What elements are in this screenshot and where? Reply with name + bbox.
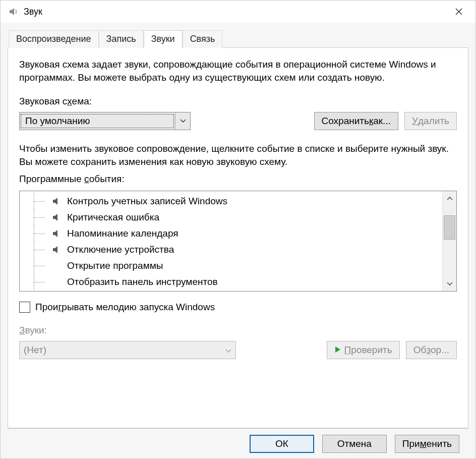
scroll-thumb[interactable] <box>444 215 455 240</box>
scheme-value: По умолчанию <box>21 114 174 128</box>
speaker-icon <box>51 244 63 256</box>
scheme-label: Звуковая схема: <box>19 96 457 107</box>
event-label: Открытие программы <box>67 260 163 271</box>
tab-strip: Воспроизведение Запись Звуки Связь <box>9 30 468 47</box>
browse-button: Обзор... <box>406 341 457 359</box>
close-icon <box>455 8 463 16</box>
event-item[interactable]: Критическая ошибка <box>31 209 442 225</box>
speaker-icon <box>51 195 63 207</box>
tab-recording[interactable]: Запись <box>99 30 144 48</box>
scheme-combobox[interactable]: По умолчанию <box>19 112 191 130</box>
scheme-description: Звуковая схема задает звуки, сопровождаю… <box>19 58 457 84</box>
event-label: Критическая ошибка <box>67 212 159 223</box>
test-button: Проверить <box>327 341 400 359</box>
ok-button[interactable]: ОК <box>250 435 314 453</box>
cancel-button[interactable]: Отмена <box>322 435 387 453</box>
client-area: Воспроизведение Запись Звуки Связь Звуко… <box>1 23 475 458</box>
dialog-footer: ОК Отмена Применить <box>8 428 468 458</box>
scrollbar[interactable] <box>442 191 456 291</box>
scroll-up-button[interactable] <box>443 191 456 205</box>
play-startup-label: Проигрывать мелодию запуска Windows <box>35 302 215 313</box>
save-as-button[interactable]: Сохранить как... <box>314 112 398 130</box>
apply-button[interactable]: Применить <box>395 435 459 453</box>
chevron-down-icon <box>225 345 231 356</box>
scroll-track[interactable] <box>443 205 456 277</box>
events-label: Программные события: <box>19 174 457 185</box>
close-button[interactable] <box>444 2 473 22</box>
event-item[interactable]: Отобразить панель инструментов <box>31 274 442 290</box>
events-listbox[interactable]: Контроль учетных записей WindowsКритичес… <box>19 191 457 292</box>
tab-panel-sounds: Звуковая схема задает звуки, сопровождаю… <box>8 47 468 428</box>
sounds-combobox: (Нет) <box>19 341 236 359</box>
scroll-down-button[interactable] <box>443 277 456 291</box>
event-item[interactable]: Напоминание календаря <box>31 225 442 242</box>
event-item[interactable]: Открытие программы <box>31 258 442 274</box>
speaker-icon <box>51 211 63 223</box>
speaker-icon <box>51 227 63 240</box>
window-title: Звук <box>24 7 42 17</box>
event-label: Контроль учетных записей Windows <box>67 196 227 207</box>
sounds-value: (Нет) <box>24 345 46 356</box>
event-item[interactable]: Контроль учетных записей Windows <box>31 193 442 209</box>
event-label: Напоминание календаря <box>67 228 178 239</box>
event-item[interactable]: Отключение устройства <box>31 242 442 258</box>
events-description: Чтобы изменить звуковое сопровождение, щ… <box>19 142 457 168</box>
tab-communications[interactable]: Связь <box>183 30 223 48</box>
speaker-icon <box>8 6 20 18</box>
tab-sounds[interactable]: Звуки <box>144 30 183 48</box>
titlebar: Звук <box>1 1 475 23</box>
sound-dialog: Звук Воспроизведение Запись Звуки Связь … <box>0 0 476 459</box>
play-icon <box>334 345 341 356</box>
tab-playback[interactable]: Воспроизведение <box>9 30 99 48</box>
chevron-down-icon <box>175 112 190 130</box>
delete-button: Удалить <box>404 112 457 130</box>
sounds-label: Звуки: <box>19 325 457 336</box>
event-label: Отобразить панель инструментов <box>67 276 218 288</box>
event-label: Отключение устройства <box>67 244 174 255</box>
play-startup-checkbox[interactable] <box>19 302 30 313</box>
